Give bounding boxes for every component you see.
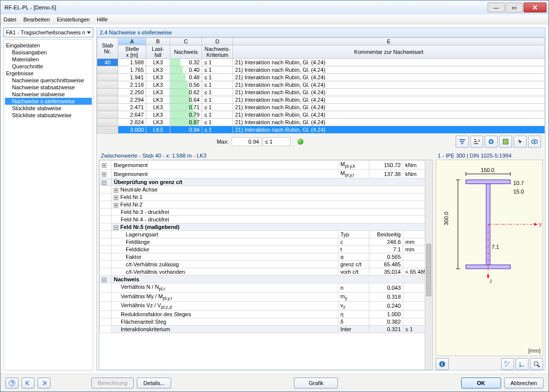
ok-button[interactable]: OK (461, 378, 501, 389)
zrow[interactable]: BiegemomentMpl,y,k150.72kNm (100, 161, 432, 170)
settings-button[interactable] (485, 136, 498, 148)
table-row-selected[interactable]: 3.000LK30.94≤ 121) Interaktion nach Rubi… (97, 126, 545, 134)
tree-nachweise-querschnittsweise[interactable]: Nachweise querschnittsweise (5, 77, 92, 84)
profile-column: 1 - IPE 300 | DIN 1025-5:1994 y (436, 152, 543, 370)
maximize-button[interactable]: ▭ (506, 2, 523, 12)
svg-point-4 (490, 141, 492, 143)
table-row[interactable]: 1.765LK30.40≤ 121) Interaktion nach Rubi… (97, 66, 545, 74)
zrow[interactable]: LagerungsartTypBeidseitig (100, 231, 432, 238)
col-a[interactable]: A (118, 38, 146, 45)
prev-button[interactable] (21, 378, 34, 389)
loadcase-combo[interactable]: FA1 - Tragsicherheitsnachweis n (3, 27, 93, 37)
grafik-button[interactable]: Grafik (294, 378, 338, 389)
details-button[interactable]: Details... (137, 378, 171, 389)
tree-ergebnisse[interactable]: Ergebnisse (5, 70, 92, 77)
max-row: Max: 0.94 ≤ 1 (97, 134, 545, 150)
scroll-thumb[interactable] (426, 244, 431, 296)
zrow-header[interactable]: Überprüfung von grenz c/t (100, 179, 432, 186)
abbrechen-button[interactable]: Abbrechen (504, 378, 544, 389)
next-button[interactable] (37, 378, 50, 389)
col-kriterium[interactable]: Nachweis-Kriterium (202, 45, 233, 59)
col-b[interactable]: B (146, 38, 170, 45)
menubar: Datei Bearbeiten Einstellungen Hilfe (0, 14, 549, 24)
help-button[interactable]: ? (5, 378, 18, 389)
zrow[interactable]: c/t-Verhältnis zulässiggrenz c/t65.485 (100, 261, 432, 268)
zrow[interactable]: Verhältnis My / Mpl,y,rmy0.318 (100, 292, 432, 301)
zrow[interactable]: InteraktionskriteriumInter0.321≤ 1 (100, 325, 432, 333)
expand-icon[interactable] (114, 196, 118, 200)
collapse-icon[interactable] (102, 278, 106, 282)
expand-icon[interactable] (102, 172, 106, 177)
col-c[interactable]: C (170, 38, 202, 45)
chevron-down-icon (87, 31, 91, 34)
zrow[interactable]: c/t-Verhältnis vorhandenvorh c/t35.014< … (100, 268, 432, 276)
collapse-icon[interactable] (114, 225, 118, 230)
zrow[interactable]: Verhältnis Vz / Vpl,z,dvz0.240 (100, 301, 432, 310)
svg-text:?: ? (11, 380, 14, 386)
tree-stueckliste-stabweise[interactable]: Stückliste stabweise (5, 105, 92, 112)
tree-materialien[interactable]: Materialien (5, 56, 92, 63)
sort-button[interactable] (470, 136, 483, 148)
table-row[interactable]: 401.588LK30.32≤ 121) Interaktion nach Ru… (97, 59, 545, 66)
export-button[interactable] (499, 136, 512, 148)
pick-button[interactable] (514, 136, 527, 148)
section-button[interactable] (501, 358, 514, 370)
col-e[interactable]: E (233, 38, 545, 45)
view-button[interactable] (528, 136, 541, 148)
zrow[interactable]: Feld Nr.1 (100, 194, 432, 201)
zrow[interactable]: Neutrale Achse (100, 186, 432, 194)
svg-rect-8 (466, 180, 510, 184)
zrow-header[interactable]: Nachweis (100, 276, 432, 283)
info-button[interactable]: i (436, 358, 449, 370)
expand-icon[interactable] (114, 203, 118, 207)
col-d[interactable]: D (202, 38, 233, 45)
table-row[interactable]: 2.118LK30.56≤ 121) Interaktion nach Rubi… (97, 81, 545, 89)
filter-button[interactable] (456, 136, 469, 148)
zrow[interactable]: Feldlängec248.6mm (100, 238, 432, 246)
menu-bearbeiten[interactable]: Bearbeiten (23, 16, 50, 22)
table-row[interactable]: 1.941LK30.48≤ 121) Interaktion nach Rubi… (97, 74, 545, 81)
zrow[interactable]: Verhältnis N / Npl,rn0.043 (100, 283, 432, 292)
table-row[interactable]: 2.250LK30.62≤ 121) Interaktion nach Rubi… (97, 89, 545, 96)
zrow[interactable]: BiegemomentMpl,y,r137.38kNm (100, 170, 432, 179)
zrow[interactable]: Feld Nr.4 - druckfrei (100, 216, 432, 223)
col-kommentar[interactable]: Kommentar zur Nachweisart (233, 45, 545, 59)
axis-button[interactable] (516, 358, 529, 370)
scrollbar[interactable] (425, 160, 432, 370)
tree-stueckliste-stabsatzweise[interactable]: Stückliste stabsatzweise (5, 112, 92, 119)
tree-nachweise-stabweise[interactable]: Nachweise stabweise (5, 91, 92, 98)
svg-rect-5 (503, 139, 508, 144)
zrow[interactable]: Flächenanteil Stegδ0.382 (100, 318, 432, 325)
col-lastfall[interactable]: Last-fall (146, 45, 170, 59)
minimize-button[interactable]: — (488, 2, 505, 12)
zrow[interactable]: Feld Nr.2 (100, 201, 432, 208)
expand-icon[interactable] (102, 163, 106, 168)
profile-title: 1 - IPE 300 | DIN 1025-5:1994 (436, 152, 543, 160)
content: FA1 - Tragsicherheitsnachweis n Eingabed… (0, 24, 549, 374)
tree-eingabedaten[interactable]: Eingabedaten (5, 42, 92, 49)
col-stelle[interactable]: Stellex [m] (118, 45, 146, 59)
tree-querschnitte[interactable]: Querschnitte (5, 63, 92, 70)
table-row[interactable]: 2.294LK30.64≤ 121) Interaktion nach Rubi… (97, 96, 545, 104)
tree-nachweise-xstellenweise[interactable]: Nachweise x-stellenweise (5, 98, 92, 105)
expand-icon[interactable] (114, 188, 118, 193)
col-nachweis[interactable]: Nachweis (170, 45, 202, 59)
zrow-header[interactable]: Feld Nr.5 (maßgebend) (100, 223, 432, 231)
zrow[interactable]: Felddicket7.1mm (100, 246, 432, 253)
magnify-button[interactable] (530, 358, 543, 370)
table-row[interactable]: 2.471LK30.71≤ 121) Interaktion nach Rubi… (97, 104, 545, 111)
menu-einstellungen[interactable]: Einstellungen (57, 16, 90, 22)
zrow[interactable]: Feld Nr.3 - druckfrei (100, 208, 432, 216)
table-row[interactable]: 2.647LK30.79≤ 121) Interaktion nach Rubi… (97, 111, 545, 119)
menu-hilfe[interactable]: Hilfe (97, 16, 108, 22)
zrow[interactable]: Faktorα0.565 (100, 253, 432, 261)
profile-view[interactable]: y z 150.0 300.0 (436, 160, 543, 356)
menu-datei[interactable]: Datei (3, 16, 16, 22)
collapse-icon[interactable] (102, 181, 106, 185)
table-row[interactable]: 2.824LK30.87≤ 121) Interaktion nach Rubi… (97, 119, 545, 126)
zrow[interactable]: Reduktionsfaktor des Stegesη1.000 (100, 310, 432, 318)
tree-basisangaben[interactable]: Basisangaben (5, 49, 92, 56)
tree-nachweise-stabsatzweise[interactable]: Nachweise stabsatzweise (5, 84, 92, 91)
close-button[interactable]: ✕ (524, 2, 547, 12)
col-stab[interactable]: StabNr. (97, 38, 118, 59)
